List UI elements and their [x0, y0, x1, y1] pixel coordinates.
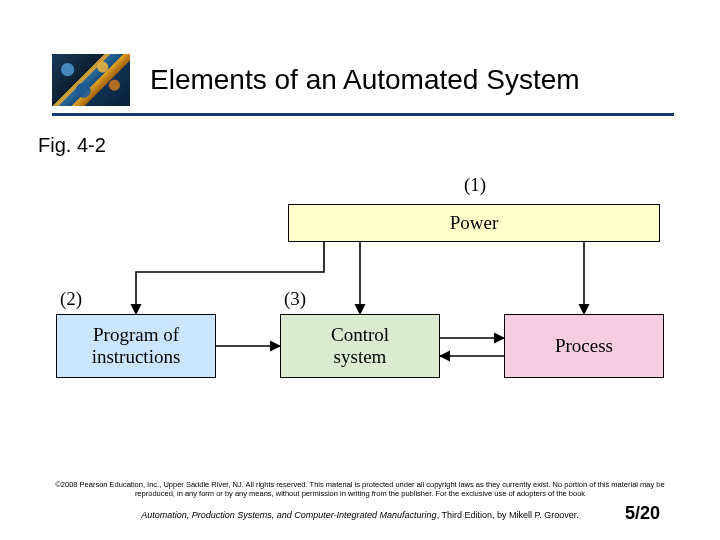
diagram-box-control: Control system: [280, 314, 440, 378]
title-underline: [52, 113, 674, 116]
book-title: Automation, Production Systems, and Comp…: [141, 510, 437, 520]
slide-title: Elements of an Automated System: [148, 64, 680, 96]
diagram-label-2: (2): [60, 288, 82, 310]
copyright-text: ©2008 Pearson Education, Inc., Upper Sad…: [40, 480, 680, 498]
slide: Elements of an Automated System Fig. 4-2…: [0, 0, 720, 540]
diagram-label-3: (3): [284, 288, 306, 310]
diagram-box-process: Process: [504, 314, 664, 378]
header-thumbnail-image: [52, 54, 130, 106]
diagram-box-power: Power: [288, 204, 660, 242]
diagram-box-program: Program of instructions: [56, 314, 216, 378]
page-number: 5/20: [625, 503, 660, 524]
diagram: (1) (2) (3) Power Program of instruction…: [56, 168, 664, 418]
diagram-label-1: (1): [464, 174, 486, 196]
book-citation: Automation, Production Systems, and Comp…: [40, 510, 680, 520]
header: Elements of an Automated System: [52, 52, 680, 108]
figure-label: Fig. 4-2: [38, 134, 106, 157]
book-rest: , Third Edition, by Mikell P. Groover.: [437, 510, 579, 520]
